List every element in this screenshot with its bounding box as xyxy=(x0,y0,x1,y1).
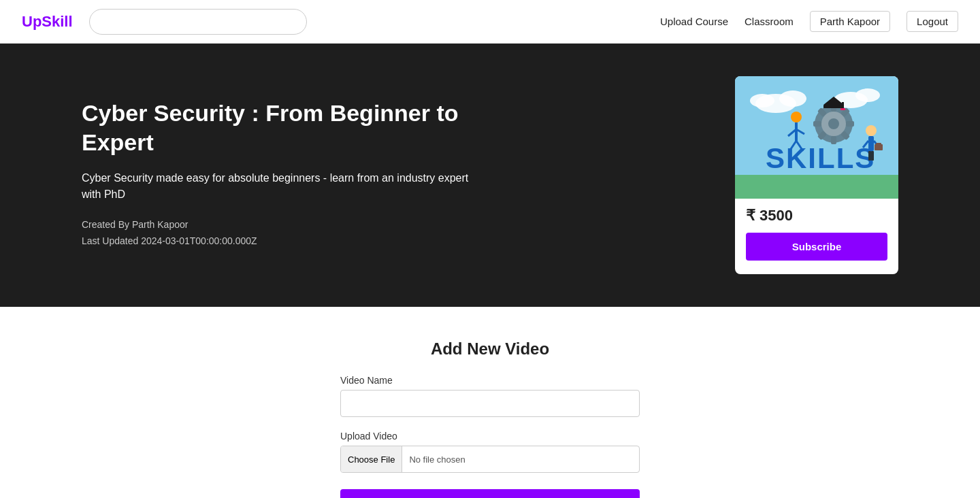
course-description: Cyber Security made easy for absolute be… xyxy=(82,170,490,203)
svg-point-10 xyxy=(828,118,839,129)
svg-rect-15 xyxy=(831,136,836,144)
add-video-button[interactable]: Add Video xyxy=(340,489,640,498)
svg-rect-6 xyxy=(735,175,898,199)
svg-rect-34 xyxy=(871,151,874,161)
file-input-wrapper: Choose File No file chosen xyxy=(340,446,640,473)
svg-point-29 xyxy=(866,125,877,136)
logo: UpSkill xyxy=(22,13,73,31)
form-title: Add New Video xyxy=(431,339,549,359)
svg-text:SKILLS: SKILLS xyxy=(766,142,875,174)
course-card: SKILLS xyxy=(735,76,898,274)
header-nav: Upload Course Classroom Parth Kapoor Log… xyxy=(660,11,958,32)
add-video-section: Add New Video Video Name Upload Video Ch… xyxy=(0,307,980,498)
video-name-label: Video Name xyxy=(340,375,640,386)
svg-rect-30 xyxy=(868,136,874,151)
svg-point-2 xyxy=(779,90,806,107)
course-card-image: SKILLS xyxy=(735,76,898,199)
no-file-chosen-text: No file chosen xyxy=(402,454,472,465)
hero-content: Cyber Security : From Beginner to Expert… xyxy=(82,99,490,252)
upload-course-link[interactable]: Upload Course xyxy=(660,16,728,27)
svg-point-3 xyxy=(750,94,774,107)
course-last-updated: Last Updated 2024-03-01T00:00:00.000Z xyxy=(82,235,490,246)
course-price: ₹ 3500 xyxy=(735,199,898,233)
search-input[interactable] xyxy=(89,9,307,35)
svg-rect-19 xyxy=(823,105,844,108)
hero-section: Cyber Security : From Beginner to Expert… xyxy=(0,44,980,307)
classroom-link[interactable]: Classroom xyxy=(745,16,794,27)
svg-rect-21 xyxy=(842,102,844,109)
logout-button[interactable]: Logout xyxy=(906,11,958,32)
subscribe-button[interactable]: Subscribe xyxy=(746,233,887,261)
video-name-input[interactable] xyxy=(340,390,640,417)
svg-rect-35 xyxy=(875,144,883,150)
header: UpSkill Upload Course Classroom Parth Ka… xyxy=(0,0,980,44)
course-creator: Created By Parth Kapoor xyxy=(82,219,490,230)
svg-rect-22 xyxy=(840,108,845,110)
svg-rect-13 xyxy=(846,121,854,127)
svg-rect-17 xyxy=(813,121,821,127)
upload-video-label: Upload Video xyxy=(340,431,640,442)
choose-file-button[interactable]: Choose File xyxy=(341,446,402,472)
svg-rect-33 xyxy=(868,151,871,161)
upload-video-group: Upload Video Choose File No file chosen xyxy=(340,431,640,473)
video-name-group: Video Name xyxy=(340,375,640,417)
svg-point-5 xyxy=(855,88,880,102)
course-title: Cyber Security : From Beginner to Expert xyxy=(82,99,490,156)
user-name-button[interactable]: Parth Kapoor xyxy=(810,11,890,32)
svg-rect-36 xyxy=(876,143,881,145)
svg-point-23 xyxy=(791,112,802,122)
